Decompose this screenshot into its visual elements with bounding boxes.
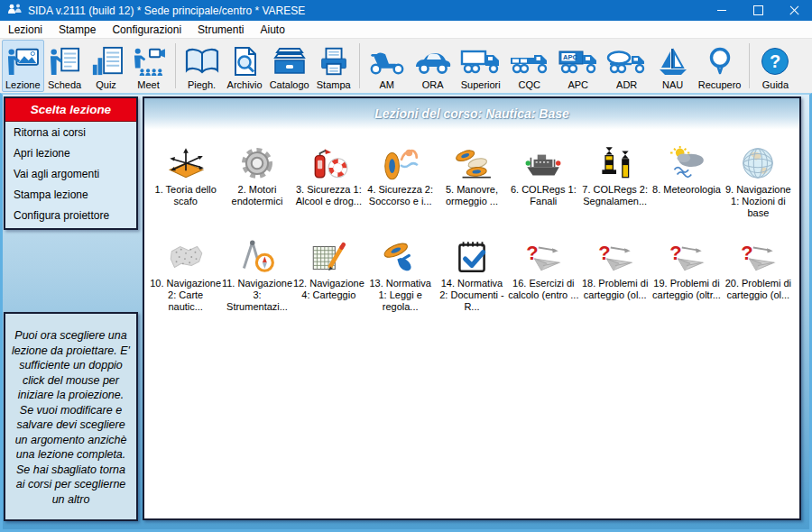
toolbar-button-label: Stampa bbox=[317, 79, 351, 90]
truck-icon bbox=[460, 44, 502, 78]
brochure-book-icon bbox=[184, 44, 220, 78]
toolbar-button-cqc[interactable]: CQC bbox=[505, 40, 554, 92]
maximize-button[interactable] bbox=[740, 0, 776, 21]
toolbar-button-guida[interactable]: ?Guida bbox=[754, 40, 796, 92]
toolbar-button-label: ORA bbox=[422, 79, 444, 90]
menu-item-configurazioni[interactable]: Configurazioni bbox=[104, 21, 189, 38]
lesson-item-6[interactable]: 6. COLRegs 1: Fanali bbox=[508, 136, 579, 219]
lesson-label: 13. Normativa 1: Leggi e regola... bbox=[364, 278, 436, 313]
lesson-item-7[interactable]: 7. COLRegs 2: Segnalamen... bbox=[579, 136, 651, 219]
recovery-loop-icon bbox=[704, 44, 736, 78]
lesson-item-11[interactable]: 11. Navigazione 3: Strumentazi... bbox=[221, 230, 292, 313]
course-banner: Lezioni del corso: Nautica: Base bbox=[144, 98, 799, 129]
lesson-label: 5. Manovre, ormeggio ... bbox=[436, 184, 507, 207]
sidebar-item-stampa-lezione[interactable]: Stampa lezione bbox=[5, 184, 136, 205]
plotting-grid-icon bbox=[308, 230, 349, 275]
lesson-item-4[interactable]: 4. Sicurezza 2: Soccorso e i... bbox=[364, 136, 436, 219]
lesson-label: 12. Navigazione 4: Carteggio bbox=[293, 278, 364, 301]
toolbar-separator bbox=[359, 43, 360, 88]
toolbar-button-adr[interactable]: ADR bbox=[603, 40, 651, 92]
toolbar-button-catalogo[interactable]: Catalogo bbox=[266, 40, 313, 92]
lesson-item-8[interactable]: 8. Meteorologia bbox=[651, 136, 722, 219]
sidebar-item-configura-proiettore[interactable]: Configura proiettore bbox=[5, 205, 136, 225]
toolbar-button-stampa[interactable]: Stampa bbox=[313, 40, 355, 92]
lesson-label: 3. Sicurezza 1: Alcool e drog... bbox=[293, 184, 364, 207]
lesson-item-18[interactable]: ?18. Problemi di carteggio (ol... bbox=[579, 230, 651, 313]
sidebar-item-apri-lezione[interactable]: Apri lezione bbox=[5, 142, 136, 163]
window-title: SIDA v.2111 (build 12) * Sede principale… bbox=[28, 5, 704, 17]
car-icon bbox=[413, 44, 453, 78]
sidebar-item-vai-agli-argomenti[interactable]: Vai agli argomenti bbox=[5, 163, 136, 184]
problem-question-icon: ? bbox=[522, 230, 564, 275]
close-button[interactable] bbox=[776, 0, 812, 21]
hull-theory-icon bbox=[165, 136, 207, 181]
toolbar-button-piegh[interactable]: Piegh. bbox=[180, 40, 224, 92]
sheet-person-icon bbox=[48, 44, 82, 78]
lesson-item-16[interactable]: ?16. Esercizi di calcolo (entro ... bbox=[508, 230, 579, 313]
toolbar-button-label: Recupero bbox=[698, 79, 742, 90]
ship-lights-icon bbox=[522, 136, 564, 181]
toolbar: LezioneSchedaQuizMeetPiegh.ArchivioCatal… bbox=[0, 38, 812, 93]
lesson-item-10[interactable]: 10. Navigazione 2: Carte nautic... bbox=[150, 230, 221, 313]
lesson-item-19[interactable]: ?19. Problemi di carteggio (oltr... bbox=[651, 230, 722, 313]
toolbar-button-meet[interactable]: Meet bbox=[127, 40, 171, 92]
toolbar-button-nau[interactable]: NAU bbox=[651, 40, 695, 92]
lesson-label: 8. Meteorologia bbox=[652, 184, 721, 196]
lesson-label: 19. Problemi di carteggio (oltr... bbox=[651, 278, 722, 301]
menu-item-aiuto[interactable]: Aiuto bbox=[252, 21, 292, 38]
flatbed-truck-icon bbox=[509, 44, 550, 78]
toolbar-button-label: Catalogo bbox=[270, 79, 309, 90]
sidebar-item-ritorna-ai-corsi[interactable]: Ritorna ai corsi bbox=[5, 122, 136, 142]
lesson-item-12[interactable]: 12. Navigazione 4: Carteggio bbox=[293, 230, 364, 313]
compass-divider-icon bbox=[236, 230, 278, 275]
toolbar-button-am[interactable]: AM bbox=[364, 40, 410, 92]
lesson-item-13[interactable]: 13. Normativa 1: Leggi e regola... bbox=[364, 230, 436, 313]
toolbar-separator bbox=[175, 43, 176, 88]
menu-bar: LezioniStampeConfigurazioniStrumentiAiut… bbox=[0, 21, 812, 38]
sailboat-icon bbox=[655, 44, 691, 78]
lesson-item-14[interactable]: 14. Normativa 2: Documenti - R... bbox=[436, 230, 507, 313]
lesson-label: 2. Motori endotermici bbox=[221, 184, 292, 207]
toolbar-button-label: Lezione bbox=[5, 79, 41, 90]
lesson-item-20[interactable]: ?20. Problemi di carteggio (ol... bbox=[723, 230, 794, 313]
menu-item-stampe[interactable]: Stampe bbox=[51, 21, 104, 38]
catalog-drawer-icon bbox=[272, 44, 308, 78]
lesson-label: 16. Esercizi di calcolo (entro ... bbox=[508, 278, 579, 301]
toolbar-button-archivio[interactable]: Archivio bbox=[224, 40, 266, 92]
toolbar-button-ora[interactable]: ORA bbox=[410, 40, 457, 92]
lesson-projector-icon bbox=[5, 44, 40, 78]
lesson-item-1[interactable]: 1. Teoria dello scafo bbox=[150, 136, 221, 219]
toolbar-button-label: NAU bbox=[662, 79, 683, 90]
toolbar-button-lezione[interactable]: Lezione bbox=[2, 40, 44, 92]
lesson-label: 7. COLRegs 2: Segnalamen... bbox=[579, 184, 651, 207]
toolbar-separator bbox=[749, 43, 750, 88]
lesson-label: 9. Navigazione 1: Nozioni di base bbox=[723, 184, 794, 219]
toolbar-button-superiori[interactable]: Superiori bbox=[457, 40, 505, 92]
lesson-label: 10. Navigazione 2: Carte nautic... bbox=[150, 278, 221, 313]
menu-item-strumenti[interactable]: Strumenti bbox=[189, 21, 252, 38]
lesson-label: 18. Problemi di carteggio (ol... bbox=[579, 278, 651, 301]
documents-check-icon bbox=[451, 230, 493, 275]
toolbar-button-scheda[interactable]: Scheda bbox=[44, 40, 86, 92]
lesson-item-2[interactable]: 2. Motori endotermici bbox=[221, 136, 292, 219]
meet-camera-icon bbox=[131, 44, 167, 78]
tanker-truck-icon bbox=[606, 44, 648, 78]
toolbar-button-label: Scheda bbox=[48, 79, 81, 90]
menu-item-lezioni[interactable]: Lezioni bbox=[0, 21, 51, 38]
toolbar-button-quiz[interactable]: Quiz bbox=[86, 40, 127, 92]
help-question-icon: ? bbox=[760, 44, 790, 78]
lesson-item-5[interactable]: 5. Manovre, ormeggio ... bbox=[436, 136, 507, 219]
lesson-item-9[interactable]: 9. Navigazione 1: Nozioni di base bbox=[723, 136, 794, 219]
toolbar-button-recupero[interactable]: Recupero bbox=[695, 40, 745, 92]
minimize-button[interactable] bbox=[704, 0, 740, 21]
gear-icon bbox=[236, 136, 278, 181]
svg-text:APC: APC bbox=[563, 53, 577, 61]
toolbar-button-label: Piegh. bbox=[188, 79, 216, 90]
toolbar-button-label: Guida bbox=[762, 79, 789, 90]
quiz-chart-icon bbox=[89, 44, 124, 78]
law-boat-hand-icon bbox=[380, 230, 421, 275]
archive-search-icon bbox=[228, 44, 261, 78]
toolbar-button-apc[interactable]: APCAPC bbox=[554, 40, 603, 92]
lesson-item-3[interactable]: 3. Sicurezza 1: Alcool e drog... bbox=[293, 136, 364, 219]
lesson-label: 1. Teoria dello scafo bbox=[150, 184, 221, 207]
